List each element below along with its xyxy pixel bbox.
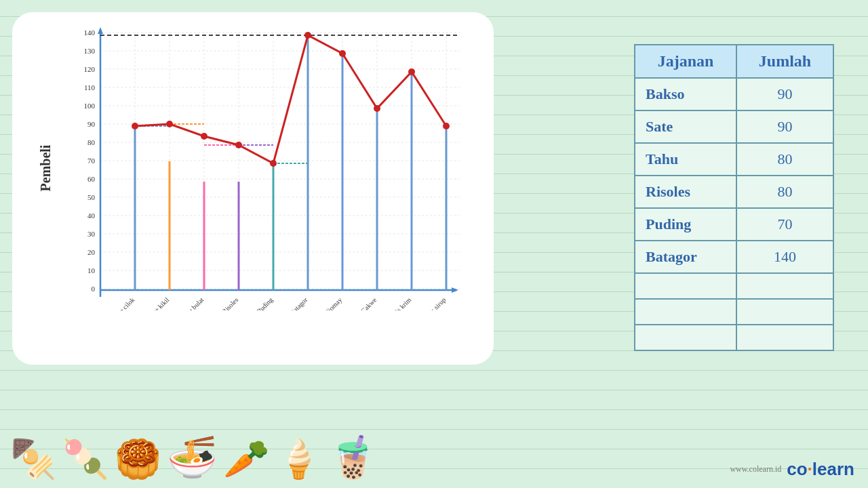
svg-text:Siomay: Siomay [323, 296, 343, 310]
chart-container: Pembeli [12, 12, 494, 365]
svg-text:Es sirup: Es sirup [427, 296, 448, 310]
jajanan-count: 80 [736, 176, 833, 208]
jajanan-name: Puding [635, 208, 736, 241]
svg-text:100: 100 [84, 102, 96, 110]
food-icon-bakso: 🍡 [62, 441, 109, 478]
empty-cell [635, 299, 736, 325]
jajanan-name: Batagor [635, 241, 736, 273]
table-row-empty [635, 299, 833, 325]
svg-point-62 [132, 123, 138, 129]
svg-text:60: 60 [87, 175, 96, 183]
jajanan-table: Jajanan Jumlah Bakso 90 Sate 90 Tahu 80 … [634, 44, 834, 351]
branding-area: www.colearn.id co·learn [730, 459, 854, 480]
svg-point-64 [201, 133, 208, 140]
svg-text:40: 40 [87, 211, 96, 220]
brand-url: www.colearn.id [730, 464, 781, 474]
svg-point-71 [443, 123, 450, 129]
svg-text:70: 70 [87, 157, 96, 165]
svg-text:30: 30 [87, 230, 96, 238]
jajanan-name: Tahu [635, 143, 736, 176]
jajanan-name: Bakso [635, 78, 736, 110]
empty-cell [736, 273, 833, 299]
y-axis-label: Pembeli [38, 145, 54, 192]
brand-co: co [787, 459, 807, 479]
table-row-empty [635, 325, 833, 350]
table-row-empty [635, 273, 833, 299]
jajanan-count: 80 [736, 143, 833, 176]
svg-text:10: 10 [87, 266, 96, 274]
data-table: Jajanan Jumlah Bakso 90 Sate 90 Tahu 80 … [634, 44, 834, 351]
svg-point-67 [304, 32, 311, 39]
brand-learn: learn [812, 459, 854, 479]
table-row: Tahu 80 [635, 143, 833, 176]
svg-marker-42 [98, 27, 103, 34]
svg-text:50: 50 [87, 193, 96, 201]
svg-text:130: 130 [84, 47, 96, 55]
empty-cell [635, 273, 736, 299]
food-icon-drink: 🧋 [328, 437, 378, 478]
svg-text:120: 120 [84, 65, 96, 73]
food-icon-icecream: 🍦 [275, 441, 322, 478]
svg-text:Sate kikil: Sate kikil [147, 296, 171, 310]
chart-area: Pembeli [60, 26, 480, 310]
brand-name: co·learn [787, 459, 854, 480]
table-row: Puding 70 [635, 208, 833, 241]
svg-text:Puding: Puding [256, 296, 275, 310]
svg-point-66 [270, 160, 277, 167]
food-icon-snack1: 🥮 [115, 441, 161, 478]
svg-point-63 [166, 121, 173, 127]
brand-dot: · [808, 459, 812, 479]
svg-text:Batagor: Batagor [288, 296, 309, 310]
empty-cell [635, 325, 736, 350]
svg-text:140: 140 [84, 28, 96, 37]
svg-text:80: 80 [87, 138, 96, 146]
empty-cell [736, 325, 833, 350]
table-row: Bakso 90 [635, 78, 833, 110]
col-header-jumlah: Jumlah [736, 45, 833, 78]
food-icon-bowl: 🍜 [167, 437, 218, 478]
chart-svg: 0 10 20 30 40 50 60 70 80 90 100 110 120… [60, 26, 480, 310]
table-row: Risoles 80 [635, 176, 833, 208]
svg-text:90: 90 [87, 120, 96, 128]
jajanan-count: 90 [736, 110, 833, 143]
food-decorations: 🍢 🍡 🥮 🍜 🥕 🍦 🧋 [10, 380, 378, 478]
svg-text:Bakso cilok: Bakso cilok [108, 296, 136, 310]
svg-text:20: 20 [87, 248, 96, 256]
svg-text:Es krim: Es krim [392, 296, 412, 310]
jajanan-name: Sate [635, 110, 736, 143]
svg-point-69 [374, 105, 380, 112]
svg-text:Tahu bulat: Tahu bulat [180, 296, 205, 310]
jajanan-count: 70 [736, 208, 833, 241]
empty-cell [736, 299, 833, 325]
jajanan-count: 140 [736, 241, 833, 273]
food-icon-veg: 🥕 [223, 441, 270, 478]
jajanan-count: 90 [736, 78, 833, 110]
svg-text:0: 0 [92, 285, 96, 293]
svg-point-70 [408, 68, 415, 75]
svg-point-68 [339, 50, 346, 57]
food-icon-sate: 🍢 [10, 441, 57, 478]
table-row: Sate 90 [635, 110, 833, 143]
svg-point-65 [235, 142, 242, 148]
col-header-jajanan: Jajanan [635, 45, 736, 78]
svg-text:Risoles: Risoles [220, 296, 240, 310]
svg-text:110: 110 [84, 83, 96, 92]
svg-text:Cakwe: Cakwe [359, 296, 378, 310]
svg-marker-44 [452, 287, 458, 293]
table-row: Batagor 140 [635, 241, 833, 273]
jajanan-name: Risoles [635, 176, 736, 208]
